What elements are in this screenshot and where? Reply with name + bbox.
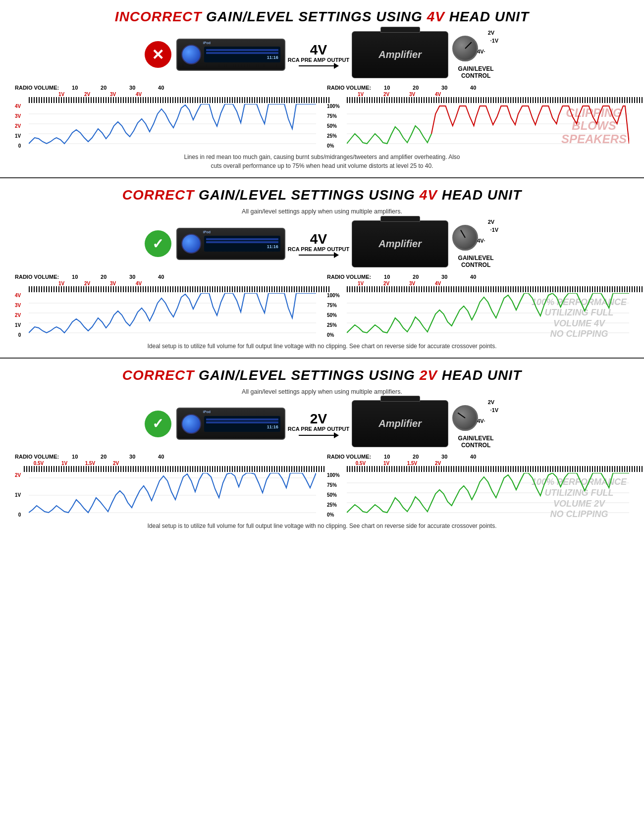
gain-knob-correct2v[interactable] bbox=[452, 405, 478, 431]
amp-box-incorrect: Amplifier bbox=[352, 31, 448, 78]
footer-incorrect: Lines in red mean too much gain, causing… bbox=[15, 153, 629, 170]
left-chart-correct4v: RADIO VOLUME: 10 20 30 40 1V 2V 3V 4V 4V… bbox=[15, 274, 317, 338]
section-correct2v-title: CORRECT GAIN/LEVEL SETTINGS USING 2V HEA… bbox=[15, 367, 629, 383]
gain-title-correct4v: GAIN/LEVELCONTROL bbox=[458, 255, 494, 269]
left-chart-incorrect: RADIO VOLUME: 10 20 30 40 1V 2V 3V 4V 4V… bbox=[15, 85, 317, 149]
amp-label-correct4v: Amplifier bbox=[378, 238, 422, 250]
gain-area-correct2v: 2V ·1V 4V· GAIN/LEVELCONTROL bbox=[452, 399, 499, 449]
left-chart-wave-correct4v bbox=[29, 293, 316, 338]
hu-screen-2: 11:16 bbox=[204, 236, 280, 252]
right-chart-correct2v: RADIO VOLUME: 10 20 30 40 0.5V 1V 1.5V 2… bbox=[327, 454, 629, 518]
connection-incorrect: 4V RCA PRE AMP OUTPUT bbox=[288, 43, 349, 66]
head-unit-correct2v: iPod 11:16 bbox=[176, 408, 285, 440]
left-chart-svg-correct4v: 4V 3V 2V 1V 0 bbox=[15, 293, 317, 338]
gain-title-correct2v: GAIN/LEVELCONTROL bbox=[458, 435, 494, 449]
right-chart-svg-incorrect: 100% 75% 50% 25% 0% CLIPPINGBLOWSSPEAKER… bbox=[327, 104, 629, 149]
right-chart-correct4v: RADIO VOLUME: 10 20 30 40 1V 2V 3V 4V 10… bbox=[327, 274, 629, 338]
amp-label-correct2v: Amplifier bbox=[378, 418, 422, 429]
footer-correct2v: Ideal setup is to utilize full volume fo… bbox=[15, 521, 629, 530]
hu-knob-3 bbox=[181, 414, 201, 434]
charts-row-correct2v: RADIO VOLUME: 10 20 30 40 0.5V 1V 1.5V 2… bbox=[15, 454, 629, 518]
gain-title-incorrect: GAIN/LEVELCONTROL bbox=[458, 65, 494, 80]
gain-knob-correct4v[interactable] bbox=[452, 225, 478, 251]
right-chart-wave-correct2v bbox=[347, 473, 629, 518]
section-correct4v-title: CORRECT GAIN/LEVEL SETTINGS USING 4V HEA… bbox=[15, 187, 629, 203]
section-incorrect-title: INCORRECT GAIN/LEVEL SETTINGS USING 4V H… bbox=[15, 9, 629, 25]
amp-label-incorrect: Amplifier bbox=[378, 49, 422, 60]
gain-knob-incorrect[interactable] bbox=[452, 36, 478, 61]
right-chart-incorrect: RADIO VOLUME: 10 20 30 40 1V 2V 3V 4V 10… bbox=[327, 85, 629, 149]
right-chart-svg-correct2v: 100% 75% 50% 25% 0% 100% PERFORMANCEUTIL… bbox=[327, 473, 629, 518]
charts-row-incorrect: RADIO VOLUME: 10 20 30 40 1V 2V 3V 4V 4V… bbox=[15, 85, 629, 149]
check-mark-correct2v: ✓ bbox=[145, 411, 171, 437]
subnote-correct4v: All gain/level settings apply when using… bbox=[15, 208, 629, 215]
head-unit-incorrect: iPod 11:16 bbox=[176, 39, 285, 71]
voltage-label-correct2v: 2V bbox=[310, 412, 327, 426]
check-mark-correct4v: ✓ bbox=[145, 230, 171, 257]
arrow-line-correct4v bbox=[299, 255, 338, 256]
right-chart-wave-correct4v bbox=[347, 293, 629, 338]
arrow-line-incorrect bbox=[299, 65, 338, 66]
left-chart-svg-incorrect: 4V 3V 2V 1V 0 bbox=[15, 104, 317, 149]
left-chart-wave-correct2v bbox=[29, 473, 316, 518]
gain-area-correct4v: 2V ·1V 4V· GAIN/LEVELCONTROL bbox=[452, 219, 499, 269]
diagram-row-incorrect: ✕ iPod 11:16 4V RCA PRE AMP OUTPUT Ampli… bbox=[15, 30, 629, 80]
section-correct4v: CORRECT GAIN/LEVEL SETTINGS USING 4V HEA… bbox=[0, 178, 644, 359]
amp-box-correct2v: Amplifier bbox=[352, 400, 448, 447]
voltage-label-correct4v: 4V bbox=[310, 232, 327, 246]
subnote-correct2v: All gain/level settings apply when using… bbox=[15, 388, 629, 395]
gain-area-incorrect: 2V ·1V 4V· GAIN/LEVELCONTROL bbox=[452, 30, 499, 80]
footer-correct4v: Ideal setup is to utilize full volume fo… bbox=[15, 342, 629, 351]
voltage-sub-correct4v: RCA PRE AMP OUTPUT bbox=[288, 246, 349, 253]
x-mark-incorrect: ✕ bbox=[145, 41, 171, 68]
connection-correct2v: 2V RCA PRE AMP OUTPUT bbox=[288, 412, 349, 435]
voltage-sub-incorrect: RCA PRE AMP OUTPUT bbox=[288, 57, 349, 63]
hu-screen-3: 11:16 bbox=[204, 416, 280, 432]
head-unit-correct4v: iPod 11:16 bbox=[176, 228, 285, 260]
diagram-row-correct2v: ✓ iPod 11:16 2V RCA PRE AMP OUTPUT Ampli… bbox=[15, 399, 629, 449]
left-chart-svg-correct2v: 2V 1V 0 bbox=[15, 473, 317, 518]
amp-box-correct4v: Amplifier bbox=[352, 220, 448, 267]
charts-row-correct4v: RADIO VOLUME: 10 20 30 40 1V 2V 3V 4V 4V… bbox=[15, 274, 629, 338]
voltage-label-incorrect: 4V bbox=[310, 43, 327, 57]
left-chart-correct2v: RADIO VOLUME: 10 20 30 40 0.5V 1V 1.5V 2… bbox=[15, 454, 317, 518]
hu-screen: 11:16 bbox=[204, 47, 280, 62]
arrow-line-correct2v bbox=[299, 435, 338, 436]
hu-knob bbox=[181, 45, 201, 64]
section-incorrect: INCORRECT GAIN/LEVEL SETTINGS USING 4V H… bbox=[0, 0, 644, 178]
right-chart-wave-incorrect bbox=[347, 104, 629, 149]
diagram-row-correct4v: ✓ iPod 11:16 4V RCA PRE AMP OUTPUT Ampli… bbox=[15, 219, 629, 269]
left-chart-wave-incorrect bbox=[29, 104, 316, 149]
title-incorrect-word: INCORRECT bbox=[115, 9, 206, 24]
right-chart-svg-correct4v: 100% 75% 50% 25% 0% 100% PERFORMANCEUTIL… bbox=[327, 293, 629, 338]
voltage-sub-correct2v: RCA PRE AMP OUTPUT bbox=[288, 426, 349, 432]
hu-knob-2 bbox=[181, 234, 201, 254]
connection-correct4v: 4V RCA PRE AMP OUTPUT bbox=[288, 232, 349, 256]
section-correct2v: CORRECT GAIN/LEVEL SETTINGS USING 2V HEA… bbox=[0, 359, 644, 538]
